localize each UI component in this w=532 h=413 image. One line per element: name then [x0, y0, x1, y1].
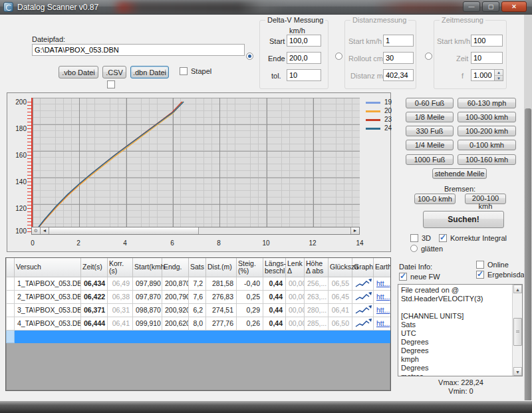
zeit-start-input[interactable]	[471, 35, 503, 47]
chart-scroll-thumb[interactable]	[49, 227, 199, 234]
vbo-datei-button[interactable]: .vbo Datei	[59, 66, 98, 78]
stapel-checkbox[interactable]	[180, 67, 188, 75]
scroll-thumb[interactable]	[513, 318, 522, 346]
col-sats[interactable]: Sats	[189, 258, 206, 277]
neue-fw-checkbox[interactable]	[399, 273, 407, 281]
btn-1000-fuss[interactable]: 1000 Fuß	[406, 154, 454, 165]
vmax-label: Vmax: 228,24	[398, 378, 524, 386]
table-row[interactable]: 3_TA\PBOX_053.DBN 06,371 06,31 098,870 2…	[7, 303, 391, 317]
graph-icon[interactable]	[355, 291, 372, 301]
f-input[interactable]	[471, 69, 495, 81]
info-line: Std.HeaderVELOCITY(3)	[401, 295, 522, 303]
csv-button[interactable]: .CSV	[102, 66, 126, 78]
btn-1-8-meile[interactable]: 1/8 Meile	[406, 112, 454, 122]
chart-scroll-right-icon[interactable]: ►	[350, 227, 359, 234]
graph-icon[interactable]	[355, 305, 372, 315]
col-korr[interactable]: Korr.(s)	[108, 258, 133, 277]
y-tick-140: 140	[11, 178, 27, 186]
col-earth[interactable]: Earth	[374, 258, 391, 277]
rollout-label: Rollout cm	[348, 55, 383, 63]
distanz-m-input[interactable]	[383, 69, 414, 81]
earth-link[interactable]: htt...	[376, 319, 390, 327]
rollout-input[interactable]	[383, 52, 414, 64]
earth-link[interactable]: htt...	[376, 279, 390, 287]
y-tick-200: 200	[11, 98, 27, 106]
minimize-button[interactable]: —	[463, 1, 480, 12]
chart-h-scrollbar[interactable]: ⊙ ◄ ►	[31, 227, 360, 235]
f-spinner[interactable]: ▲▼	[495, 69, 503, 81]
col-laengsbeschl[interactable]: Längs-beschl	[263, 258, 286, 277]
table-row[interactable]: 4_TA\PBOX_053.DBN 06,444 06,41 099,910 2…	[7, 317, 391, 330]
info-scrollbar[interactable]: ▲ ▼	[512, 285, 522, 376]
file-info-listbox[interactable]: File created on @ Std.HeaderVELOCITY(3) …	[398, 284, 523, 376]
3d-checkbox[interactable]	[410, 234, 418, 242]
zeit-input[interactable]	[471, 52, 503, 64]
plot-area[interactable]	[31, 98, 360, 235]
y-tick-180: 180	[11, 125, 27, 132]
col-glueckszahl[interactable]: Glücksza	[329, 258, 352, 277]
distanz-mode-radio[interactable]	[335, 53, 342, 60]
table-row[interactable]: 1_TA\PBOX_053.DBN 06,434 06,49 097,890 2…	[7, 277, 391, 290]
col-lenk[interactable]: Lenk Δ	[286, 258, 305, 277]
table-row-selected-empty[interactable]	[7, 330, 391, 343]
online-checkbox[interactable]	[476, 261, 484, 269]
scroll-up-icon[interactable]: ▲	[513, 285, 522, 293]
info-line: Degrees	[401, 338, 522, 346]
graph-icon[interactable]	[355, 318, 372, 328]
col-hoehe[interactable]: Höhe Δ abs	[305, 258, 329, 277]
table-row[interactable]: 2_TA\PBOX_053.DBN 06,422 06,38 097,870 2…	[7, 290, 391, 303]
scroll-down-icon[interactable]: ▼	[513, 367, 522, 376]
tol-label: tol.	[271, 72, 281, 80]
chart-scroll-left-icon[interactable]: ◄	[41, 227, 49, 234]
info-line: Sats	[401, 321, 522, 329]
suchen-button[interactable]: Suchen!	[423, 211, 504, 228]
btn-100-200-kmh[interactable]: 100-200 kmh	[458, 126, 516, 136]
btn-100-0-kmh[interactable]: 100-0 kmh	[414, 194, 456, 204]
col-graph[interactable]: Graph	[352, 258, 374, 277]
close-button[interactable]: ✕	[501, 1, 527, 12]
col-versuch[interactable]: Versuch	[15, 258, 81, 277]
graph-icon[interactable]	[355, 278, 372, 288]
col-dist[interactable]: Dist.(m)	[206, 258, 237, 277]
btn-60-130-mph[interactable]: 60-130 mph	[458, 98, 516, 108]
btn-stehende-meile[interactable]: stehende Meile	[432, 168, 487, 179]
btn-0-100-kmh[interactable]: 0-100 kmh	[458, 140, 516, 150]
col-endg[interactable]: Endg.	[162, 258, 189, 277]
dbn-datei-button[interactable]: .dbn Datei	[130, 66, 169, 78]
delta-ende-input[interactable]	[287, 52, 321, 64]
btn-100-300-kmh[interactable]: 100-300 kmh	[458, 112, 516, 122]
dateipfad-input[interactable]	[32, 44, 245, 56]
glaetten-radio[interactable]	[410, 245, 418, 252]
btn-1-4-meile[interactable]: 1/4 Meile	[406, 140, 454, 150]
velocity-chart: 200 180 160 140 120 100 ⊙ ◄ ► 0 2 4 6 8 …	[7, 92, 391, 252]
table-header-row: Versuch Zeit(s) Korr.(s) Start(kmh Endg.…	[7, 258, 391, 277]
tol-input[interactable]	[287, 69, 321, 81]
x-tick-2: 2	[76, 239, 80, 247]
legend-swatch-20	[366, 110, 380, 112]
col-steig[interactable]: Steig.(%)	[237, 258, 263, 277]
ergebnisdatei-checkbox[interactable]	[476, 271, 484, 279]
btn-330-fuss[interactable]: 330 Fuß	[406, 126, 454, 136]
delta-start-input[interactable]	[287, 35, 321, 47]
earth-link[interactable]: htt...	[376, 306, 390, 314]
zeit-title: Zeitmessung	[440, 16, 485, 24]
chart-zoom-reset-icon[interactable]: ⊙	[32, 227, 41, 234]
zeit-mode-radio[interactable]	[425, 53, 432, 60]
distanz-start-input[interactable]	[383, 35, 414, 47]
btn-0-60-fuss[interactable]: 0-60 Fuß	[406, 98, 454, 108]
earth-link[interactable]: htt...	[376, 293, 390, 301]
col-start[interactable]: Start(kmh	[133, 258, 162, 277]
extra-checkbox[interactable]	[107, 80, 115, 88]
btn-100-160-kmh[interactable]: 100-160 kmh	[458, 154, 516, 165]
info-line: UTC	[401, 329, 522, 338]
maximize-button[interactable]: ▢	[482, 1, 499, 12]
col-zeit[interactable]: Zeit(s)	[81, 258, 108, 277]
spinner-up-icon[interactable]: ▲	[495, 70, 503, 75]
korrektur-integral-checkbox[interactable]	[439, 234, 447, 242]
legend-label-23: 23	[384, 116, 392, 123]
delta-v-mode-radio[interactable]	[246, 53, 253, 60]
spinner-down-icon[interactable]: ▼	[495, 75, 503, 80]
title-bar: Datalog Scanner v0.87 — ▢ ✕	[0, 0, 532, 15]
x-tick-8: 8	[217, 239, 221, 247]
btn-200-100-kmh[interactable]: 200-100 kmh	[465, 194, 506, 204]
